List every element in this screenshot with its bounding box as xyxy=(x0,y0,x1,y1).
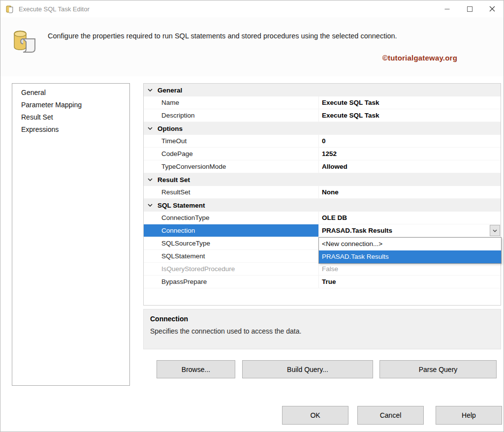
property-label: ConnectionType xyxy=(144,212,318,224)
execute-sql-task-icon xyxy=(6,5,14,13)
dropdown-item-new-connection[interactable]: <New connection...> xyxy=(319,238,501,250)
property-description-panel: Connection Specifies the connection used… xyxy=(143,309,501,349)
header-description: Configure the properties required to run… xyxy=(48,32,493,40)
watermark: ©tutorialgateway.org xyxy=(382,54,457,62)
sql-task-header-icon xyxy=(11,28,39,59)
property-label: SQLStatement xyxy=(144,250,318,262)
property-label: IsQueryStoredProcedure xyxy=(144,263,318,275)
sidebar-item-result-set[interactable]: Result Set xyxy=(12,111,129,123)
dropdown-item-prasad-task-results[interactable]: PRASAD.Task Results xyxy=(319,250,501,263)
property-row-isquerystoredprocedure: IsQueryStoredProcedure False xyxy=(144,263,501,276)
sidebar-item-expressions[interactable]: Expressions xyxy=(12,123,129,136)
cancel-button[interactable]: Cancel xyxy=(357,406,424,425)
property-row-description[interactable]: Description Execute SQL Task xyxy=(144,109,501,122)
property-value[interactable]: PRASAD.Task Results xyxy=(318,224,501,237)
property-label: BypassPrepare xyxy=(144,276,318,288)
execute-sql-task-editor-window: Execute SQL Task Editor Configure the xyxy=(0,0,504,432)
pages-list: General Parameter Mapping Result Set Exp… xyxy=(12,83,130,386)
group-label: SQL Statement xyxy=(158,199,205,212)
property-value[interactable]: None xyxy=(318,186,501,198)
property-row-codepage[interactable]: CodePage 1252 xyxy=(144,148,501,160)
property-row-resultset[interactable]: ResultSet None xyxy=(144,186,501,199)
connection-dropdown-button[interactable] xyxy=(490,225,500,236)
group-row-options[interactable]: Options xyxy=(144,122,501,135)
property-label: TimeOut xyxy=(144,135,318,147)
property-label: SQLSourceType xyxy=(144,237,318,249)
sidebar-item-general[interactable]: General xyxy=(12,87,129,99)
property-row-timeout[interactable]: TimeOut 0 xyxy=(144,135,501,148)
property-label: Description xyxy=(144,109,318,122)
property-grid: General Name Execute SQL Task Descriptio… xyxy=(143,83,501,306)
property-value[interactable]: OLE DB xyxy=(318,212,501,224)
collapse-chevron-icon xyxy=(148,178,155,181)
ok-button[interactable]: OK xyxy=(282,406,348,425)
property-row-bypassprepare[interactable]: BypassPrepare True xyxy=(144,276,501,288)
property-row-name[interactable]: Name Execute SQL Task xyxy=(144,96,501,109)
property-value[interactable]: Execute SQL Task xyxy=(318,96,501,109)
property-label: Connection xyxy=(144,224,318,237)
property-label: CodePage xyxy=(144,148,318,160)
property-value: False xyxy=(318,263,501,275)
property-label: Name xyxy=(144,96,318,109)
group-label: Options xyxy=(158,123,183,135)
property-label: ResultSet xyxy=(144,186,318,198)
window-controls xyxy=(436,0,504,17)
group-row-result-set[interactable]: Result Set xyxy=(144,173,501,186)
property-description-title: Connection xyxy=(150,315,494,323)
maximize-button[interactable] xyxy=(458,0,481,17)
maximize-icon xyxy=(467,6,472,12)
group-row-general[interactable]: General xyxy=(144,84,501,96)
connection-dropdown-list: <New connection...> PRASAD.Task Results xyxy=(318,237,502,264)
title-bar: Execute SQL Task Editor xyxy=(0,0,504,17)
property-value[interactable]: Execute SQL Task xyxy=(318,109,501,122)
build-query-button[interactable]: Build Query... xyxy=(242,360,373,378)
parse-query-button[interactable]: Parse Query xyxy=(379,360,497,378)
chevron-down-icon xyxy=(493,229,497,232)
sidebar-item-parameter-mapping[interactable]: Parameter Mapping xyxy=(12,99,129,111)
collapse-chevron-icon xyxy=(148,89,155,92)
property-value[interactable]: 1252 xyxy=(318,148,501,160)
property-label: TypeConversionMode xyxy=(144,160,318,173)
property-row-typeconversionmode[interactable]: TypeConversionMode Allowed xyxy=(144,160,501,173)
browse-button[interactable]: Browse... xyxy=(157,360,235,378)
property-description-text: Specifies the connection used to access … xyxy=(150,327,494,335)
collapse-chevron-icon xyxy=(148,127,155,130)
property-row-connectiontype[interactable]: ConnectionType OLE DB xyxy=(144,212,501,224)
property-value[interactable]: True xyxy=(318,276,501,288)
group-label: General xyxy=(158,84,182,96)
property-value[interactable]: Allowed xyxy=(318,160,501,173)
minimize-icon xyxy=(444,6,450,12)
collapse-chevron-icon xyxy=(148,204,155,207)
window-title: Execute SQL Task Editor xyxy=(19,5,90,13)
close-button[interactable] xyxy=(481,0,504,17)
group-label: Result Set xyxy=(158,174,190,186)
property-value[interactable]: 0 xyxy=(318,135,501,147)
property-row-connection[interactable]: Connection PRASAD.Task Results xyxy=(144,224,501,237)
group-row-sql-statement[interactable]: SQL Statement xyxy=(144,199,501,212)
close-icon xyxy=(489,6,495,12)
header: Configure the properties required to run… xyxy=(0,17,504,76)
help-button[interactable]: Help xyxy=(436,406,502,425)
minimize-button[interactable] xyxy=(436,0,458,17)
connection-value-text: PRASAD.Task Results xyxy=(322,227,392,234)
